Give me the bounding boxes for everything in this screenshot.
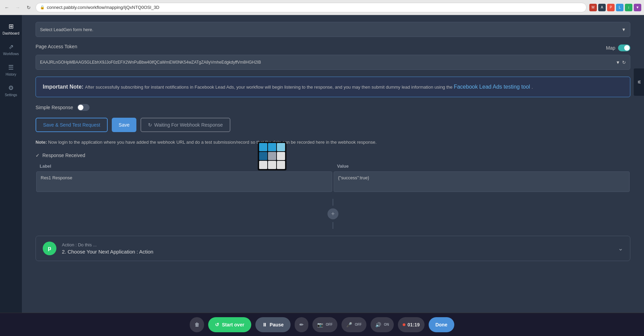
waiting-label: Waiting For Webhook Response: [154, 122, 223, 128]
ext-4: L: [616, 4, 623, 11]
simple-response-label: Simple Response: [36, 105, 73, 110]
note-content: Now login to the application where you h…: [48, 140, 377, 145]
address-bar[interactable]: 🔒 connect.pabbly.com/workflow/mapping/Ij…: [36, 3, 587, 12]
timer-value: 01:19: [407, 322, 420, 327]
col-value: Value: [333, 164, 630, 169]
sidebar-label-history: History: [5, 73, 16, 76]
sidebar-item-dashboard[interactable]: ⊞ Dashboard: [1, 19, 21, 38]
action-text: Action : Do this ... 2. Choose Your Next…: [62, 242, 618, 255]
workflows-icon: ⇗: [9, 43, 14, 51]
sidebar-label-workflows: Workflows: [3, 52, 19, 56]
ext-6: ▼: [634, 4, 641, 11]
waiting-button: ↻ Waiting For Webhook Response: [140, 118, 230, 132]
ext-2: A: [598, 4, 606, 11]
action-icon: p: [43, 242, 56, 255]
delete-button[interactable]: 🗑: [190, 317, 204, 332]
page-access-token-row: Page Access Token Map EAAJRLnGOHpMBAAG5G…: [36, 44, 630, 70]
note-text: Note: Now login to the application where…: [36, 139, 630, 146]
emoji-cell-6: [259, 161, 267, 169]
ext-3: P: [607, 4, 615, 11]
map-toggle-switch[interactable]: [618, 44, 630, 51]
camera-button[interactable]: 📷 OFF: [312, 317, 337, 332]
page-access-token-input[interactable]: EAAJRLnGOHpMBAAG5GLEbhX9JJoF0zEFX2WnPuBb…: [36, 55, 630, 70]
settings-icon: ⚙: [8, 84, 14, 92]
map-toggle-area: Map: [606, 44, 630, 51]
right-side-tab[interactable]: W: [634, 68, 644, 96]
map-label: Map: [606, 45, 615, 51]
connector-area: +: [36, 199, 630, 229]
col-label: Label: [36, 164, 333, 169]
emoji-cell-2: [277, 143, 285, 151]
volume-button[interactable]: 🔊 ON: [371, 317, 394, 332]
emoji-cell-5: [277, 152, 285, 160]
save-button[interactable]: Save: [112, 118, 136, 132]
action-section: p Action : Do this ... 2. Choose Your Ne…: [36, 236, 630, 261]
browser-chrome: ← → ↻ 🔒 connect.pabbly.com/workflow/mapp…: [0, 0, 644, 15]
mic-icon: 🎤: [346, 322, 352, 327]
delete-icon: 🗑: [194, 322, 199, 327]
url-text: connect.pabbly.com/workflow/mapping/IjQx…: [47, 5, 159, 10]
app-wrapper: ⊞ Dashboard ⇗ Workflows ☰ History ⚙ Sett…: [0, 15, 644, 336]
add-step-button[interactable]: +: [327, 208, 338, 219]
right-tab-label: W: [637, 80, 641, 83]
buttons-row: Save & Send Test Request Save ↻ Waiting …: [36, 118, 630, 132]
note-bold: Note:: [36, 140, 47, 145]
volume-on-label: ON: [384, 323, 389, 326]
action-title: Action : Do this ...: [62, 242, 618, 247]
camera-icon: 📷: [317, 322, 323, 327]
draw-button[interactable]: ✏: [295, 317, 308, 332]
emoji-cell-8: [277, 161, 285, 169]
table-header: Label Value: [36, 164, 630, 169]
record-dot: [403, 323, 405, 326]
chevron-down-icon: ▼: [621, 27, 626, 32]
mic-button[interactable]: 🎤 OFF: [341, 317, 366, 332]
connector-line-top: [333, 199, 333, 206]
info-box-bold: Important Note:: [43, 84, 83, 90]
camera-off-label: OFF: [326, 323, 333, 326]
sidebar-item-settings[interactable]: ⚙ Settings: [1, 81, 21, 100]
simple-response-toggle[interactable]: [77, 104, 90, 111]
sidebar-item-workflows[interactable]: ⇗ Workflows: [1, 40, 21, 59]
restart-icon: ↺: [215, 322, 219, 327]
lock-icon: 🔒: [40, 5, 45, 10]
pause-button[interactable]: ⏸ Pause: [255, 317, 291, 332]
emoji-cell-1: [268, 143, 276, 151]
action-subtitle: 2. Choose Your Next Application : Action: [62, 249, 618, 255]
pause-icon: ⏸: [262, 322, 267, 327]
info-box-link[interactable]: Facebook Lead Ads testing tool: [454, 84, 530, 90]
emoji-cell-7: [268, 161, 276, 169]
reload-button[interactable]: ↻: [25, 3, 33, 12]
back-button[interactable]: ←: [3, 3, 11, 12]
start-over-label: Start over: [222, 322, 244, 327]
select-leadgen-placeholder: Select LeadGen form here.: [40, 27, 93, 32]
ext-5: ↕: [625, 4, 632, 11]
emoji-cell-0: [259, 143, 267, 151]
volume-icon: 🔊: [375, 322, 381, 327]
forward-button[interactable]: →: [14, 3, 22, 12]
draw-icon: ✏: [299, 322, 304, 327]
done-button[interactable]: Done: [429, 317, 454, 332]
bottom-toolbar: 🗑 ↺ Start over ⏸ Pause ✏ 📷 OFF 🎤 OFF 🔊 O…: [0, 313, 644, 336]
refresh-icon[interactable]: ↻: [622, 60, 626, 65]
emoji-cell-4: [268, 152, 276, 160]
page-access-token-label: Page Access Token: [36, 44, 77, 49]
table-row: Res1 Response {"success":true}: [36, 171, 630, 192]
info-box-suffix: .: [532, 85, 533, 90]
response-received-label: Response Received: [42, 153, 85, 158]
action-chevron-icon[interactable]: ⌄: [618, 245, 623, 252]
browser-extensions: M A P L ↕ ▼: [589, 4, 641, 11]
emoji-cell-3: [259, 152, 267, 160]
start-over-button[interactable]: ↺ Start over: [208, 317, 251, 332]
sidebar: ⊞ Dashboard ⇗ Workflows ☰ History ⚙ Sett…: [0, 15, 22, 336]
select-leadgen-dropdown[interactable]: Select LeadGen form here. ▼: [36, 22, 630, 37]
connector-line-bottom: [333, 222, 333, 229]
save-send-button[interactable]: Save & Send Test Request: [36, 118, 108, 132]
main-content: Select LeadGen form here. ▼ Page Access …: [22, 15, 644, 336]
sidebar-item-history[interactable]: ☰ History: [1, 60, 21, 79]
emoji-grid-overlay: [258, 142, 286, 170]
page-access-token-header: Page Access Token Map: [36, 44, 630, 52]
response-chevron-button[interactable]: ✓: [36, 153, 40, 158]
timer-display: 01:19: [398, 317, 425, 332]
history-icon: ☰: [8, 64, 14, 71]
sidebar-label-settings: Settings: [5, 93, 17, 97]
